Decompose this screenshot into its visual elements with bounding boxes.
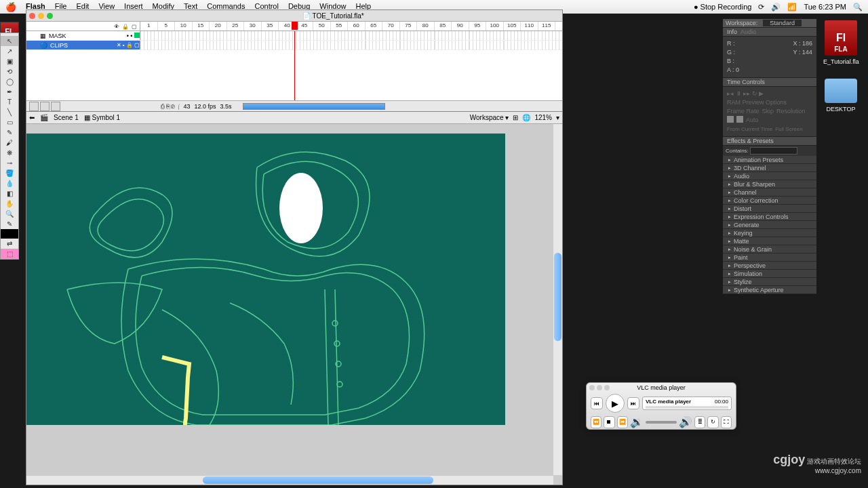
- preset-animation-presets[interactable]: Animation Presets: [723, 156, 816, 164]
- vlc-skip-back[interactable]: ⏪: [591, 416, 601, 428]
- rectangle-tool[interactable]: ▭: [1, 117, 18, 127]
- scene-crumb[interactable]: Scene 1: [54, 114, 79, 121]
- frame-mark[interactable]: 60: [348, 22, 366, 30]
- desktop-folder-icon[interactable]: [825, 79, 857, 103]
- frame-ruler[interactable]: 1510152025303540455055606570758085909510…: [140, 22, 562, 30]
- preset-stylize[interactable]: Stylize: [723, 278, 816, 286]
- workspace-switcher[interactable]: Workspace ▾: [470, 114, 509, 121]
- preset-keying[interactable]: Keying: [723, 229, 816, 237]
- preset-perspective[interactable]: Perspective: [723, 262, 816, 270]
- free-transform-tool[interactable]: ▣: [1, 56, 18, 66]
- eraser-tool[interactable]: ◧: [1, 188, 18, 199]
- vlc-repeat[interactable]: ↻: [707, 416, 718, 428]
- preset-distort[interactable]: Distort: [723, 205, 816, 213]
- frame-mark[interactable]: 25: [227, 22, 245, 30]
- frame-mark[interactable]: 20: [210, 22, 227, 30]
- vlc-prev-button[interactable]: ⏮: [591, 397, 603, 409]
- playhead[interactable]: [294, 31, 295, 100]
- swap-colors[interactable]: ⇄: [1, 239, 18, 249]
- vlc-stop[interactable]: ⏹: [604, 416, 614, 428]
- frame-mark[interactable]: 35: [262, 22, 279, 30]
- zoom-button[interactable]: [47, 13, 53, 19]
- frame-mark[interactable]: 80: [417, 22, 435, 30]
- time-controls-head[interactable]: Time Controls: [723, 77, 816, 87]
- eyedropper-tool[interactable]: 💧: [1, 178, 18, 188]
- preset-blur-sharpen[interactable]: Blur & Sharpen: [723, 180, 816, 188]
- frame-mark[interactable]: 110: [521, 22, 538, 30]
- vlc-volume-icon[interactable]: 🔉: [630, 415, 644, 428]
- frame-mark[interactable]: 30: [244, 22, 262, 30]
- zoom-tool[interactable]: 🔍: [1, 209, 18, 219]
- preset-synthetic-aperture[interactable]: Synthetic Aperture: [723, 286, 816, 294]
- frame-mark[interactable]: 5: [158, 22, 176, 30]
- horizontal-scrollbar[interactable]: [26, 476, 553, 485]
- frame-mark[interactable]: 95: [469, 22, 487, 30]
- document-tab[interactable]: TOE_Tutorial.fla*: [313, 12, 364, 20]
- vlc-playlist[interactable]: ≣: [694, 416, 705, 428]
- text-tool[interactable]: T: [1, 97, 18, 107]
- vertical-scrollbar[interactable]: [553, 124, 562, 475]
- deco-tool[interactable]: ❋: [1, 148, 18, 158]
- stroke-color[interactable]: ✎: [1, 219, 18, 229]
- frame-mark[interactable]: 1: [140, 22, 158, 30]
- vlc-close[interactable]: [589, 385, 595, 390]
- frame-mark[interactable]: 100: [486, 22, 504, 30]
- frame-mark[interactable]: 115: [538, 22, 556, 30]
- bone-tool[interactable]: ⊸: [1, 158, 18, 168]
- workspace-dropdown[interactable]: Standard: [763, 20, 802, 26]
- frame-mark[interactable]: 45: [296, 22, 314, 30]
- pencil-tool[interactable]: ✎: [1, 127, 18, 138]
- minimize-button[interactable]: [38, 13, 44, 19]
- new-folder-button[interactable]: [40, 102, 50, 111]
- frame-mark[interactable]: 50: [313, 22, 331, 30]
- stage-color-icon[interactable]: 🌐: [522, 114, 530, 121]
- vlc-fullscreen[interactable]: ⛶: [721, 416, 732, 428]
- frame-mark[interactable]: 90: [452, 22, 469, 30]
- vlc-next-button[interactable]: ⏭: [627, 397, 639, 409]
- clock[interactable]: Tue 6:23 PM: [804, 3, 846, 11]
- stage-canvas[interactable]: [26, 134, 505, 425]
- preset-color-correction[interactable]: Color Correction: [723, 197, 816, 205]
- frame-mark[interactable]: 70: [382, 22, 400, 30]
- preset-paint[interactable]: Paint: [723, 253, 816, 262]
- preset-matte[interactable]: Matte: [723, 237, 816, 245]
- paint-bucket-tool[interactable]: 🪣: [1, 168, 18, 178]
- close-button[interactable]: [29, 13, 35, 19]
- vlc-min[interactable]: [597, 385, 602, 390]
- zoom-menu-icon[interactable]: ▾: [556, 114, 559, 121]
- preset-audio[interactable]: Audio: [723, 172, 816, 180]
- frame-mark[interactable]: 65: [366, 22, 383, 30]
- 3d-rotation-tool[interactable]: ⟲: [1, 66, 18, 77]
- frame-mark[interactable]: 15: [193, 22, 210, 30]
- frame-mark[interactable]: 105: [504, 22, 521, 30]
- zoom-field[interactable]: 121%: [534, 114, 552, 121]
- sync-icon[interactable]: ⟳: [758, 3, 764, 12]
- vlc-window[interactable]: VLC media player ⏮ ▶ ⏭ VLC media player0…: [586, 382, 736, 430]
- preset-3d-channel[interactable]: 3D Channel: [723, 164, 816, 172]
- vlc-zoom[interactable]: [604, 385, 610, 390]
- frame-mark[interactable]: 55: [331, 22, 349, 30]
- preset-noise-grain[interactable]: Noise & Grain: [723, 245, 816, 253]
- hand-tool[interactable]: ✋: [1, 199, 18, 209]
- stage-fit-icon[interactable]: ⊞: [513, 114, 518, 121]
- info-panel-head[interactable]: Info Audio: [723, 27, 816, 37]
- vlc-mute-icon[interactable]: 🔊: [679, 415, 692, 428]
- new-layer-button[interactable]: [29, 102, 39, 111]
- preset-generate[interactable]: Generate: [723, 221, 816, 229]
- frame-mark[interactable]: 85: [435, 22, 452, 30]
- lock-column-icon[interactable]: 🔒: [122, 24, 129, 30]
- wifi-icon[interactable]: 📶: [787, 3, 797, 12]
- preset-channel[interactable]: Channel: [723, 188, 816, 197]
- preset-simulation[interactable]: Simulation: [723, 270, 816, 278]
- apple-icon[interactable]: 🍎: [5, 2, 16, 12]
- volume-icon[interactable]: 🔊: [771, 3, 781, 12]
- fill-color[interactable]: [1, 229, 18, 239]
- vlc-volume-slider[interactable]: [646, 421, 677, 424]
- line-tool[interactable]: ╲: [1, 107, 18, 117]
- eye-column-icon[interactable]: 👁: [114, 24, 119, 30]
- snap-toggle[interactable]: ⬚: [1, 249, 18, 259]
- timeline-scrubber[interactable]: [243, 103, 385, 110]
- symbol-crumb[interactable]: ▦ Symbol 1: [84, 114, 120, 121]
- fla-file-icon[interactable]: FlFLA: [825, 20, 857, 56]
- outline-column-icon[interactable]: ▢: [132, 24, 137, 30]
